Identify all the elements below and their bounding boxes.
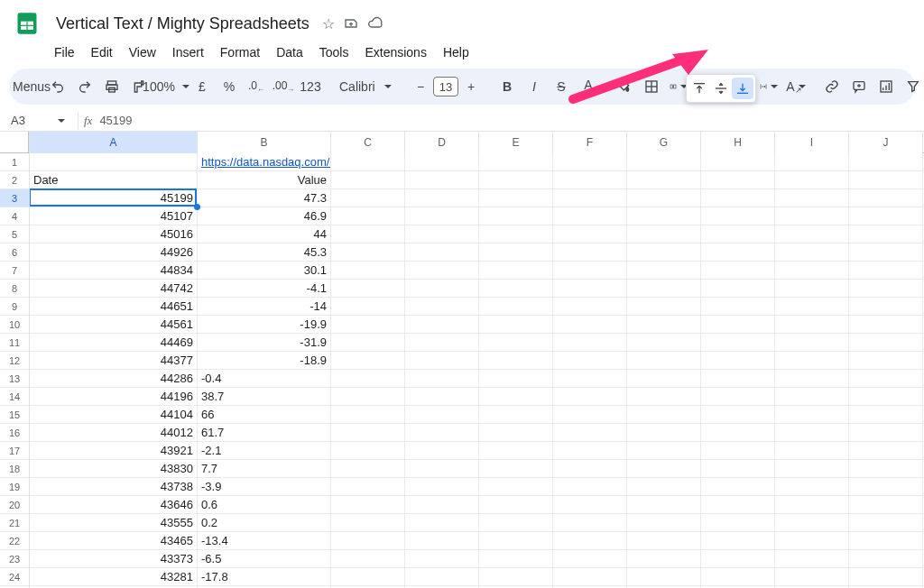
cell[interactable] — [775, 478, 849, 496]
row-header[interactable]: 8 — [0, 280, 29, 298]
cell[interactable] — [405, 171, 479, 189]
row-header[interactable]: 16 — [0, 424, 29, 442]
cell[interactable]: 43738 — [30, 478, 198, 496]
cell[interactable] — [627, 171, 701, 189]
cell[interactable] — [405, 424, 479, 442]
comment-button[interactable] — [846, 74, 872, 99]
cell[interactable] — [849, 189, 923, 207]
cell[interactable] — [553, 370, 627, 388]
cell[interactable]: 44 — [198, 225, 331, 243]
row-header[interactable]: 11 — [0, 334, 29, 352]
cell[interactable] — [849, 207, 923, 225]
cell[interactable]: 44561 — [30, 316, 198, 334]
cell[interactable] — [553, 442, 627, 460]
cell[interactable] — [775, 189, 849, 207]
cell[interactable] — [701, 514, 775, 532]
chart-button[interactable] — [873, 74, 899, 99]
link-button[interactable] — [819, 74, 845, 99]
cell[interactable] — [701, 496, 775, 514]
cell[interactable] — [775, 243, 849, 262]
cell[interactable]: -3.9 — [198, 478, 331, 496]
cell[interactable] — [627, 334, 701, 352]
cell[interactable] — [849, 496, 923, 514]
cell[interactable] — [627, 298, 701, 316]
cell[interactable]: -17.8 — [198, 568, 331, 586]
cell[interactable] — [553, 280, 627, 298]
row-header[interactable]: 22 — [0, 532, 29, 550]
cell[interactable]: 44104 — [30, 406, 198, 424]
cell[interactable] — [479, 406, 553, 424]
cell[interactable] — [775, 316, 849, 334]
cell[interactable] — [553, 153, 627, 171]
cell[interactable] — [627, 388, 701, 406]
cell[interactable] — [331, 406, 405, 424]
column-header-J[interactable]: J — [849, 132, 923, 153]
cell[interactable] — [849, 550, 923, 568]
cell[interactable] — [701, 532, 775, 550]
cell[interactable] — [405, 406, 479, 424]
cell[interactable] — [479, 207, 553, 225]
cell[interactable] — [479, 532, 553, 550]
cell[interactable] — [701, 189, 775, 207]
cell[interactable] — [553, 243, 627, 262]
cell[interactable] — [331, 316, 405, 334]
cell[interactable] — [553, 189, 627, 207]
cell[interactable] — [701, 370, 775, 388]
cell[interactable] — [479, 334, 553, 352]
cell[interactable] — [331, 189, 405, 207]
cell[interactable] — [405, 189, 479, 207]
cell[interactable] — [331, 370, 405, 388]
cell[interactable] — [479, 153, 553, 171]
cell[interactable] — [553, 316, 627, 334]
cell[interactable] — [627, 460, 701, 478]
cell[interactable] — [701, 316, 775, 334]
cell[interactable] — [627, 424, 701, 442]
print-button[interactable] — [99, 74, 125, 99]
cell[interactable]: 43921 — [30, 442, 198, 460]
cell[interactable]: 44742 — [30, 280, 198, 298]
row-header[interactable]: 3 — [0, 189, 29, 207]
cell[interactable]: 43281 — [30, 568, 198, 586]
strikethrough-button[interactable]: S — [549, 74, 574, 99]
cell[interactable]: 44012 — [30, 424, 198, 442]
row-header[interactable]: 4 — [0, 207, 29, 225]
cell[interactable] — [331, 478, 405, 496]
cell[interactable] — [405, 460, 479, 478]
cell[interactable]: 44834 — [30, 262, 198, 280]
cell[interactable] — [30, 153, 198, 171]
cell[interactable]: 0.2 — [198, 514, 331, 532]
cell[interactable] — [701, 280, 775, 298]
row-header[interactable]: 21 — [0, 514, 29, 532]
column-header-E[interactable]: E — [479, 132, 553, 153]
menu-data[interactable]: Data — [269, 41, 310, 63]
cell[interactable] — [627, 153, 701, 171]
cell[interactable]: -4.1 — [198, 280, 331, 298]
menu-file[interactable]: File — [47, 41, 82, 63]
cell[interactable] — [405, 207, 479, 225]
cell[interactable] — [849, 153, 923, 171]
cell[interactable] — [701, 153, 775, 171]
cell[interactable] — [405, 280, 479, 298]
cell[interactable] — [553, 424, 627, 442]
cell[interactable] — [553, 550, 627, 568]
align-bottom-option[interactable] — [732, 78, 753, 99]
cell[interactable] — [331, 568, 405, 586]
cell[interactable] — [775, 153, 849, 171]
cell[interactable] — [479, 442, 553, 460]
row-header[interactable]: 15 — [0, 406, 29, 424]
sheets-logo[interactable] — [11, 7, 43, 40]
borders-button[interactable] — [639, 74, 664, 99]
cell[interactable] — [849, 225, 923, 243]
cell[interactable] — [553, 388, 627, 406]
cell[interactable] — [405, 225, 479, 243]
cell[interactable] — [331, 153, 405, 171]
cell[interactable] — [479, 189, 553, 207]
cell[interactable] — [701, 388, 775, 406]
cell[interactable] — [553, 171, 627, 189]
cell[interactable] — [479, 550, 553, 568]
row-header[interactable]: 1 — [0, 153, 29, 171]
cell[interactable] — [627, 442, 701, 460]
cell[interactable] — [479, 460, 553, 478]
cell[interactable] — [849, 334, 923, 352]
row-header[interactable]: 2 — [0, 171, 29, 189]
